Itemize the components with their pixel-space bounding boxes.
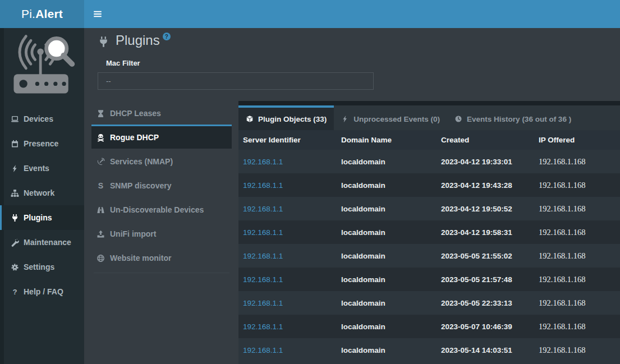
brand-bold: Alert bbox=[35, 7, 63, 21]
sidebar-item-label: Settings bbox=[24, 262, 54, 271]
partial-next-row bbox=[238, 362, 620, 364]
cell-created: 2023-04-12 19:50:52 bbox=[437, 197, 534, 220]
plug-icon bbox=[10, 214, 19, 222]
cell-server-identifier: 192.168.1.1 bbox=[238, 150, 337, 173]
tab-bar: Plugin Objects (33) Unprocessed Events (… bbox=[238, 105, 620, 130]
mac-filter-label: Mac Filter bbox=[106, 59, 140, 67]
cell-ip-offered: 192.168.1.168 bbox=[534, 197, 620, 220]
sidebar-item-label: Network bbox=[24, 188, 54, 197]
cell-server-identifier: 192.168.1.1 bbox=[238, 197, 337, 220]
cell-created: 2023-05-14 14:03:51 bbox=[437, 338, 534, 362]
plugin-nav-item-label: Website monitor bbox=[110, 254, 171, 262]
table-row: 192.168.1.1 localdomain 2023-04-12 19:58… bbox=[238, 220, 620, 244]
bars-icon bbox=[93, 9, 103, 19]
sidebar-item-label: Devices bbox=[24, 114, 53, 123]
table-row: 192.168.1.1 localdomain 2023-04-12 19:33… bbox=[238, 150, 620, 173]
skull-crossbones-icon bbox=[96, 133, 105, 142]
sidebar-item-label: Presence bbox=[24, 139, 58, 148]
bolt-icon bbox=[10, 164, 19, 173]
server-identifier-link[interactable]: 192.168.1.1 bbox=[243, 322, 283, 331]
cell-ip-offered: 192.168.1.168 bbox=[534, 150, 620, 173]
laptop-icon bbox=[10, 115, 19, 123]
cell-ip-offered: 192.168.1.168 bbox=[534, 338, 620, 362]
binoculars-icon bbox=[96, 206, 105, 214]
cell-created: 2023-04-12 19:33:01 bbox=[437, 150, 534, 173]
server-identifier-link[interactable]: 192.168.1.1 bbox=[243, 275, 283, 284]
plugin-nav-item-website-monitor[interactable]: Website monitor bbox=[91, 245, 232, 269]
top-navbar: Pi.Alert bbox=[0, 0, 620, 28]
sidebar-item-devices[interactable]: Devices bbox=[0, 107, 84, 131]
page-header: Plugins ? bbox=[98, 31, 171, 49]
column-header-domain-name: Domain Name bbox=[337, 130, 437, 150]
server-identifier-link[interactable]: 192.168.1.1 bbox=[243, 181, 283, 190]
cube-icon bbox=[246, 115, 254, 123]
plugin-details-panel: Plugin Objects (33) Unprocessed Events (… bbox=[238, 101, 620, 364]
sidebar-toggle-button[interactable] bbox=[84, 0, 111, 28]
server-identifier-link[interactable]: 192.168.1.1 bbox=[243, 299, 283, 307]
plugin-nav-list: DHCP Leases Rogue DHCP Services (NMAP) S… bbox=[91, 100, 232, 269]
server-identifier-link[interactable]: 192.168.1.1 bbox=[243, 228, 283, 237]
tab-events-history-36-out-of-36[interactable]: Events History (36 out of 36 ) bbox=[447, 105, 578, 130]
question-icon bbox=[10, 288, 19, 296]
plugin-nav-item-services-nmap[interactable]: Services (NMAP) bbox=[91, 149, 232, 173]
sidebar-item-help-faq[interactable]: Help / FAQ bbox=[0, 279, 84, 304]
brand-prefix: Pi. bbox=[21, 7, 35, 21]
hourglass-icon bbox=[96, 109, 105, 118]
cell-ip-offered: 192.168.1.168 bbox=[534, 291, 620, 315]
cell-server-identifier: 192.168.1.1 bbox=[238, 220, 337, 244]
plugin-nav-item-rogue-dhcp[interactable]: Rogue DHCP bbox=[91, 125, 232, 149]
sidebar-item-events[interactable]: Events bbox=[0, 156, 84, 181]
server-identifier-link[interactable]: 192.168.1.1 bbox=[243, 346, 283, 354]
sidebar-item-label: Plugins bbox=[24, 213, 52, 222]
sidebar-item-maintenance[interactable]: Maintenance bbox=[0, 230, 84, 255]
help-badge[interactable]: ? bbox=[163, 33, 171, 40]
table-body: 192.168.1.1 localdomain 2023-04-12 19:33… bbox=[238, 150, 620, 362]
sitemap-icon bbox=[10, 189, 19, 197]
server-identifier-link[interactable]: 192.168.1.1 bbox=[243, 205, 283, 213]
tab-unprocessed-events-0[interactable]: Unprocessed Events (0) bbox=[334, 105, 447, 130]
cell-ip-offered: 192.168.1.168 bbox=[534, 315, 620, 338]
tab-plugin-objects-33[interactable]: Plugin Objects (33) bbox=[238, 105, 334, 130]
column-header-server-identifier: Server Identifier bbox=[238, 130, 337, 150]
bolt-icon bbox=[341, 115, 349, 123]
plugin-nav-item-unifi-import[interactable]: UniFi import bbox=[91, 221, 232, 245]
cell-domain-name: localdomain bbox=[337, 291, 437, 315]
sidebar-item-presence[interactable]: Presence bbox=[0, 131, 84, 156]
main-content: Plugins ? Mac Filter DHCP Leases Rogue D… bbox=[84, 28, 620, 364]
sidebar: Devices Presence Events Network Plugins … bbox=[0, 28, 84, 364]
brand[interactable]: Pi.Alert bbox=[0, 0, 84, 28]
sidebar-item-label: Maintenance bbox=[24, 238, 71, 247]
cell-domain-name: localdomain bbox=[337, 268, 437, 291]
cell-created: 2023-05-05 21:55:02 bbox=[437, 244, 534, 268]
sidebar-item-label: Events bbox=[24, 164, 49, 173]
server-identifier-link[interactable]: 192.168.1.1 bbox=[243, 158, 283, 166]
cell-server-identifier: 192.168.1.1 bbox=[238, 173, 337, 197]
plugin-nav-item-label: Rogue DHCP bbox=[110, 133, 159, 142]
plugin-nav-item-dhcp-leases[interactable]: DHCP Leases bbox=[91, 100, 232, 125]
cell-ip-offered: 192.168.1.168 bbox=[534, 220, 620, 244]
table-header-row: Server IdentifierDomain NameCreatedIP Of… bbox=[238, 130, 620, 150]
column-header-ip-offered: IP Offered bbox=[534, 130, 620, 150]
plugin-nav-item-un-discoverable-devices[interactable]: Un-Discoverable Devices bbox=[91, 197, 232, 221]
cell-domain-name: localdomain bbox=[337, 244, 437, 268]
plugin-nav-divider bbox=[94, 273, 229, 273]
plugin-nav-item-snmp-discovery[interactable]: SNMP discovery bbox=[91, 173, 232, 197]
plugin-nav-item-label: SNMP discovery bbox=[110, 181, 171, 190]
plugin-nav: DHCP Leases Rogue DHCP Services (NMAP) S… bbox=[91, 100, 232, 273]
mac-filter-input[interactable] bbox=[98, 72, 374, 90]
cell-ip-offered: 192.168.1.168 bbox=[534, 173, 620, 197]
sidebar-item-settings[interactable]: Settings bbox=[0, 255, 84, 279]
table-row: 192.168.1.1 localdomain 2023-05-14 14:03… bbox=[238, 338, 620, 362]
sidebar-item-plugins[interactable]: Plugins bbox=[0, 205, 84, 230]
cell-created: 2023-05-05 21:57:48 bbox=[437, 268, 534, 291]
cell-created: 2023-04-12 19:58:31 bbox=[437, 220, 534, 244]
cell-server-identifier: 192.168.1.1 bbox=[238, 315, 337, 338]
server-identifier-link[interactable]: 192.168.1.1 bbox=[243, 252, 283, 260]
plugin-nav-item-label: UniFi import bbox=[110, 229, 156, 238]
sidebar-item-network[interactable]: Network bbox=[0, 181, 84, 205]
cell-domain-name: localdomain bbox=[337, 197, 437, 220]
wrench-icon bbox=[10, 238, 19, 247]
plug-icon bbox=[98, 36, 109, 48]
cell-domain-name: localdomain bbox=[337, 220, 437, 244]
gear-icon bbox=[10, 263, 19, 271]
